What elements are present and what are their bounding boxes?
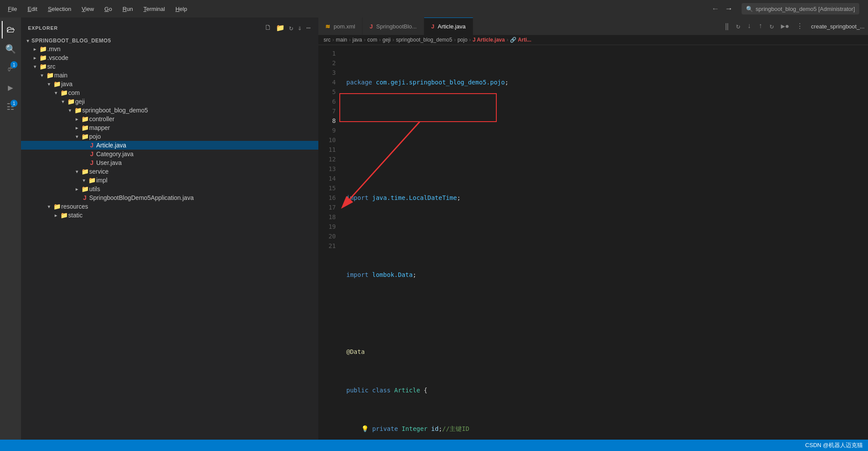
status-bar: CSDN @机器人迈克猫 — [0, 440, 868, 451]
code-container[interactable]: 1 2 3 4 5 6 7 8 9 10 11 12 13 14 15 16 1… — [318, 45, 868, 440]
breadcrumb-com[interactable]: com — [367, 37, 377, 43]
tree-app-java[interactable]: J SpringbootBlogDemo5Application.java — [21, 193, 318, 202]
tree-impl[interactable]: ▼ 📁 impl — [21, 176, 318, 185]
tab-springboot-app[interactable]: J SpringbootBlo... — [363, 17, 424, 35]
explorer-icon[interactable]: 🗁 — [2, 21, 19, 38]
code-line-10: 💡 private Integer id;//主键ID — [346, 424, 868, 434]
split-editor-btn[interactable]: ‖ — [722, 20, 732, 32]
breadcrumb-arti[interactable]: 🔗 Arti... — [510, 37, 531, 43]
category-arrow — [80, 152, 87, 157]
tree-mapper[interactable]: ► 📁 mapper — [21, 123, 318, 132]
main-folder-icon: 📁 — [45, 72, 54, 79]
mapper-arrow: ► — [73, 126, 80, 130]
more-options-icon[interactable]: ⋯ — [305, 23, 311, 33]
geji-arrow: ▼ — [59, 99, 66, 104]
menu-run[interactable]: Run — [118, 4, 137, 14]
springboot-app-label: SpringbootBlo... — [376, 23, 417, 30]
tab-article-java[interactable]: J Article.java — [424, 17, 473, 35]
menu-help[interactable]: Help — [171, 4, 192, 14]
menu-file[interactable]: File — [3, 4, 21, 14]
user-java-label: User.java — [96, 159, 318, 166]
breadcrumb-geji[interactable]: geji — [383, 37, 391, 43]
menu-edit[interactable]: Edit — [23, 4, 42, 14]
pojo-arrow: ▼ — [73, 134, 80, 139]
extensions-badge: 1 — [10, 100, 17, 107]
code-editor[interactable]: package com.geji.springboot_blog_demo5.p… — [341, 45, 868, 440]
breadcrumb-pojo[interactable]: pojo — [457, 37, 467, 43]
menu-view[interactable]: View — [77, 4, 98, 14]
code-line-9: public class Article { — [346, 385, 868, 395]
download-btn[interactable]: ↓ — [745, 21, 754, 32]
editor-toolbar: ‖ ↻ ↓ ↑ ↻ ▶● ⋮ create_springboot_... — [722, 17, 868, 35]
collapse-all-icon[interactable]: ⇓ — [297, 23, 303, 33]
breadcrumb-main[interactable]: main — [336, 37, 347, 43]
upload-btn[interactable]: ↑ — [756, 21, 765, 32]
tree-pojo[interactable]: ▼ 📁 pojo — [21, 132, 318, 141]
tree-src[interactable]: ▼ 📁 src — [21, 62, 318, 71]
tree-project[interactable]: ▼ 📁 springboot_blog_demo5 — [21, 106, 318, 115]
breadcrumb-src[interactable]: src — [324, 37, 331, 43]
tree-main[interactable]: ▼ 📁 main — [21, 71, 318, 80]
more-btn[interactable]: ⋮ — [794, 20, 806, 32]
tree-com[interactable]: ▼ 📁 com — [21, 88, 318, 97]
tree-geji[interactable]: ▼ 📁 geji — [21, 97, 318, 106]
tree-resources[interactable]: ▼ 📁 resources — [21, 202, 318, 211]
menu-terminal[interactable]: Terminal — [139, 4, 169, 14]
src-folder-icon: 📁 — [38, 63, 47, 70]
tree-utils[interactable]: ► 📁 utils — [21, 185, 318, 193]
code-line-5 — [346, 231, 868, 241]
tree-article-java[interactable]: J Article.java — [21, 141, 318, 150]
breadcrumb-article[interactable]: J Article.java — [473, 37, 505, 43]
tree-root[interactable]: ▼ SPRINGBOOT_BLOG_DEMO5 — [21, 37, 318, 45]
category-java-icon: J — [87, 150, 96, 157]
extensions-icon[interactable]: ☷ 1 — [2, 98, 19, 115]
sync-btn[interactable]: ↻ — [767, 20, 777, 32]
search-icon[interactable]: 🔍 — [2, 40, 19, 58]
mvn-arrow: ► — [31, 47, 38, 52]
new-file-icon[interactable]: 🗋 — [264, 23, 272, 33]
resources-arrow: ▼ — [45, 204, 52, 209]
tree-user-java[interactable]: J User.java — [21, 158, 318, 167]
refresh-btn[interactable]: ↻ — [733, 20, 743, 32]
com-label: com — [68, 89, 318, 96]
code-line-3 — [346, 154, 868, 164]
code-line-2 — [346, 116, 868, 126]
root-label: SPRINGBOOT_BLOG_DEMO5 — [31, 38, 318, 44]
refresh-icon[interactable]: ↻ — [288, 23, 294, 33]
static-folder-icon: 📁 — [59, 212, 68, 219]
forward-button[interactable]: → — [723, 3, 735, 15]
pom-xml-label: pom.xml — [334, 23, 355, 30]
utils-folder-icon: 📁 — [80, 185, 89, 192]
service-arrow: ▼ — [73, 169, 80, 174]
breadcrumb-java[interactable]: java — [352, 37, 362, 43]
geji-label: geji — [75, 98, 318, 105]
app-arrow — [73, 196, 80, 200]
tree-vscode[interactable]: ► 📁 .vscode — [21, 53, 318, 62]
menu-go[interactable]: Go — [100, 4, 116, 14]
tree-java[interactable]: ▼ 📁 java — [21, 80, 318, 88]
sep3: › — [364, 37, 366, 43]
new-folder-icon[interactable]: 📁 — [275, 23, 286, 33]
tree-controller[interactable]: ► 📁 controller — [21, 115, 318, 123]
debug-btn[interactable]: ▶● — [778, 20, 792, 32]
java-label: java — [61, 80, 318, 87]
mapper-folder-icon: 📁 — [80, 124, 89, 131]
tree-mvn[interactable]: ► 📁 .mvn — [21, 45, 318, 53]
run-debug-icon[interactable]: ▶ — [2, 79, 19, 96]
code-line-8: @Data — [346, 347, 868, 357]
java-arrow: ▼ — [45, 82, 52, 87]
static-arrow: ► — [52, 213, 59, 218]
tree-service[interactable]: ▼ 📁 service — [21, 167, 318, 176]
pom-xml-icon: ≋ — [325, 23, 330, 30]
breadcrumb-project[interactable]: springboot_blog_demo5 — [396, 37, 452, 43]
controller-label: controller — [89, 115, 318, 122]
project-arrow: ▼ — [66, 108, 73, 113]
source-control-icon[interactable]: ☍ 1 — [2, 59, 19, 77]
menu-selection[interactable]: Selection — [43, 4, 75, 14]
tree-category-java[interactable]: J Category.java — [21, 150, 318, 158]
tree-static[interactable]: ► 📁 static — [21, 211, 318, 220]
global-search-bar[interactable]: 🔍 springboot_blog_demo5 [Administrator] — [742, 3, 859, 14]
article-tab-icon: J — [431, 23, 434, 30]
tab-pom-xml[interactable]: ≋ pom.xml — [318, 17, 363, 35]
back-button[interactable]: ← — [709, 3, 721, 15]
